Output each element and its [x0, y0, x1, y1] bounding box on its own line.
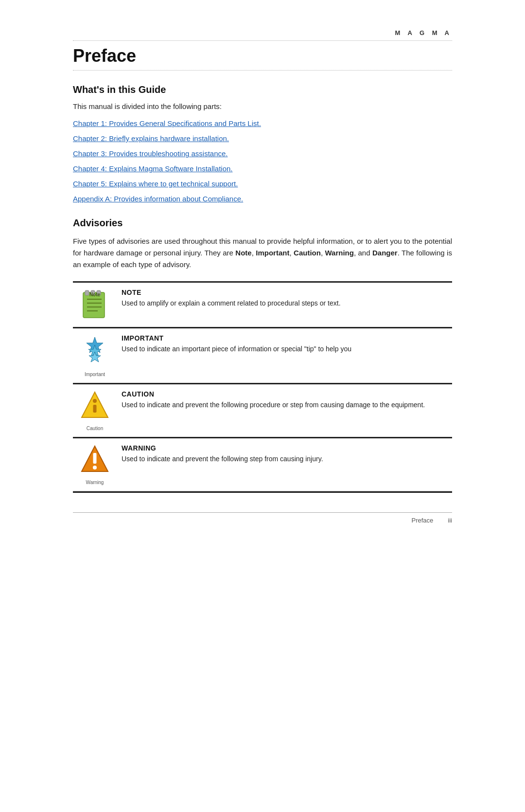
important-text: Used to indicate an important piece of i… [122, 344, 447, 354]
caution-label: CAUTION [122, 390, 447, 398]
page-footer: Preface iii [73, 512, 452, 524]
advisories-section: Advisories Five types of advisories are … [73, 217, 452, 493]
chapter4-link[interactable]: Chapter 4: Explains Magma Software Insta… [73, 164, 452, 173]
important-icon-label: Important [78, 372, 112, 377]
caution-icon-cell: Caution [73, 384, 117, 438]
important-icon [80, 362, 109, 371]
warning-text: Used to indicate and prevent the followi… [122, 454, 447, 464]
chapter2-link[interactable]: Chapter 2: Briefly explains hardware ins… [73, 134, 452, 143]
important-label: IMPORTANT [122, 334, 447, 342]
chapter-links-container: Chapter 1: Provides General Specificatio… [73, 119, 452, 203]
svg-marker-11 [89, 352, 101, 362]
svg-point-13 [93, 399, 97, 403]
note-icon-cell: Note [73, 282, 117, 328]
note-label: NOTE [122, 289, 447, 296]
warning-label: WARNING [122, 444, 447, 452]
svg-rect-14 [93, 405, 97, 413]
brand-header: M A G M A [73, 29, 452, 41]
chapter5-link[interactable]: Chapter 5: Explains where to get technic… [73, 180, 452, 188]
page-title: Preface [73, 46, 452, 71]
advisories-heading: Advisories [73, 217, 452, 229]
caution-icon [80, 416, 110, 425]
note-text: Used to amplify or explain a comment rel… [122, 298, 447, 308]
svg-rect-5 [85, 290, 89, 295]
caution-icon-label: Caution [78, 426, 112, 431]
advisory-caution-row: Caution CAUTION Used to indicate and pre… [73, 384, 452, 438]
footer-page-number: iii [448, 517, 452, 524]
caution-text: Used to indicate and prevent the followi… [122, 400, 447, 410]
warning-icon-cell: Warning [73, 438, 117, 491]
whats-in-guide-intro: This manual is divided into the followin… [73, 102, 452, 110]
appendixA-link[interactable]: Appendix A: Provides information about C… [73, 195, 452, 203]
advisory-important-row: Important IMPORTANT Used to indicate an … [73, 328, 452, 384]
svg-point-17 [93, 466, 97, 469]
chapter3-link[interactable]: Chapter 3: Provides troubleshooting assi… [73, 149, 452, 158]
note-content-cell: NOTE Used to amplify or explain a commen… [117, 282, 452, 328]
note-icon: Note [80, 313, 109, 321]
advisories-table: Note NOTE Used to amplify or explain a c… [73, 281, 452, 491]
warning-icon [80, 470, 110, 479]
warning-icon-label: Warning [78, 480, 112, 485]
advisories-intro: Five types of advisories are used throug… [73, 235, 452, 271]
advisory-warning-row: Warning WARNING Used to indicate and pre… [73, 438, 452, 491]
whats-in-guide-heading: What's in this Guide [73, 84, 452, 95]
warning-content-cell: WARNING Used to indicate and prevent the… [117, 438, 452, 491]
important-icon-cell: Important [73, 328, 117, 384]
advisory-note-row: Note NOTE Used to amplify or explain a c… [73, 282, 452, 328]
whats-in-guide-section: What's in this Guide This manual is divi… [73, 84, 452, 203]
footer-center: Preface [412, 517, 434, 524]
svg-rect-16 [93, 453, 97, 464]
caution-content-cell: CAUTION Used to indicate and prevent the… [117, 384, 452, 438]
important-content-cell: IMPORTANT Used to indicate an important … [117, 328, 452, 384]
svg-text:Note: Note [89, 292, 101, 297]
chapter1-link[interactable]: Chapter 1: Provides General Specificatio… [73, 119, 452, 127]
